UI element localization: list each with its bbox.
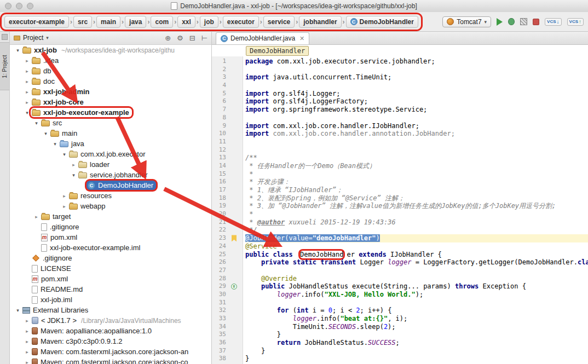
code-line[interactable]	[245, 299, 588, 307]
tree-item[interactable]: xxl-job-executor-example	[31, 108, 132, 117]
chevron-down-icon[interactable]: ▾	[24, 110, 31, 115]
tree-item[interactable]: db	[31, 66, 54, 76]
hide-panel-icon[interactable]: ⊢	[201, 34, 207, 42]
tree-row[interactable]: LICENSE	[10, 263, 211, 274]
code-line[interactable]: * @author xuxueli 2015-12-19 19:43:36	[245, 218, 588, 227]
code-editor[interactable]: 1234567891011121314151617181920212223242…	[212, 56, 588, 364]
close-window-icon[interactable]	[5, 3, 11, 9]
tree-item[interactable]: loader	[77, 160, 112, 169]
code-line[interactable]: import org.slf4j.LoggerFactory;	[245, 97, 588, 106]
minimize-window-icon[interactable]	[16, 3, 22, 9]
breadcrumb-item-src[interactable]: src	[73, 16, 92, 28]
chevron-right-icon[interactable]: ▸	[61, 204, 68, 209]
tree-row[interactable]: ▾xxl-job~/workspaces/idea-git-workspace/…	[10, 45, 211, 55]
tree-item[interactable]: Maven: com.fasterxml.jackson.core:jackso…	[31, 347, 191, 356]
tree-item[interactable]: resources	[68, 191, 114, 200]
tree-row[interactable]: ▾java	[10, 138, 211, 149]
tree-row[interactable]: ▾External Libraries	[10, 305, 211, 315]
chevron-down-icon[interactable]: ▾	[14, 48, 21, 53]
tree-row[interactable]: ▸db	[10, 66, 211, 76]
tree-item[interactable]: webapp	[68, 201, 108, 211]
code-line[interactable]: *	[245, 170, 588, 178]
editor-tab[interactable]: C DemoJobHandler.java ✕	[216, 32, 309, 44]
tree-item[interactable]: main	[49, 129, 80, 138]
code-line[interactable]: import java.util.concurrent.TimeUnit;	[245, 73, 588, 82]
chevron-down-icon[interactable]: ▾	[14, 308, 21, 313]
tree-row[interactable]: ▸doc	[10, 76, 211, 86]
tree-row[interactable]: ▾src	[10, 118, 211, 128]
code-line[interactable]: import org.springframework.stereotype.Se…	[245, 106, 588, 114]
code-line[interactable]: /**	[245, 154, 588, 162]
tree-item[interactable]: mpom.xml	[31, 274, 71, 284]
stop-icon[interactable]	[533, 19, 539, 25]
tree-row[interactable]: ▸Maven: aopalliance:aopalliance:1.0	[10, 326, 211, 336]
code-line[interactable]: public class DemoJobHander extends IJobH…	[245, 251, 588, 259]
chevron-down-icon[interactable]: ▾	[51, 141, 59, 147]
code-line[interactable]: * 3、加 “@JobHander” 注解，注解value值为新增任务生成的Jo…	[245, 202, 588, 210]
code-line[interactable]	[245, 82, 588, 90]
code-line[interactable]: }	[245, 331, 588, 339]
breadcrumb-item-java[interactable]: java	[125, 16, 146, 28]
tree-item[interactable]: .idea	[31, 56, 61, 65]
tree-item[interactable]: CDemoJobHandler	[87, 181, 156, 190]
tree-item[interactable]: .gitignore	[40, 222, 82, 232]
code-line[interactable]: import com.xxl.job.core.handler.IJobHand…	[245, 122, 588, 130]
tree-item[interactable]: LICENSE	[31, 264, 74, 273]
tree-row[interactable]: xxl-job.iml	[10, 294, 211, 305]
code-column[interactable]: package com.xxl.job.executor.service.job…	[245, 57, 588, 363]
chevron-right-icon[interactable]: ▸	[24, 328, 31, 334]
tree-row[interactable]: CDemoJobHandler	[10, 180, 211, 190]
vcs-update-icon[interactable]: VCS↓	[545, 18, 561, 26]
tree-item[interactable]: Maven: aopalliance:aopalliance:1.0	[31, 326, 154, 336]
tree-item[interactable]: xxl-job-executor-example.iml	[40, 243, 143, 252]
code-line[interactable]	[245, 138, 588, 146]
code-line[interactable]: * 2、装配到Spring，例如加 “@Service” 注解；	[245, 194, 588, 203]
code-line[interactable]: * 1、继承 “IJobHandler”；	[245, 186, 588, 194]
breadcrumb-item-executor[interactable]: executor	[223, 16, 259, 28]
chevron-right-icon[interactable]: ▸	[24, 318, 31, 323]
override-icon[interactable]: ↑	[231, 284, 237, 290]
tree-item[interactable]: External Libraries	[21, 305, 91, 315]
tree-item[interactable]: xxl-job-core	[31, 97, 87, 107]
code-line[interactable]: * 开发步骤：	[245, 178, 588, 186]
code-line[interactable]: for (int i = 0; i < 2; i++) {	[245, 307, 588, 315]
tree-row[interactable]: ▸xxl-job-admin	[10, 86, 211, 97]
code-line[interactable]: @Service	[245, 242, 588, 251]
tree-item[interactable]: src	[40, 118, 65, 128]
code-line[interactable]: }	[245, 355, 588, 363]
tree-row[interactable]: xxl-job-executor-example.iml	[10, 242, 211, 253]
code-line[interactable]	[245, 114, 588, 122]
tree-item[interactable]: xxl-job~/workspaces/idea-git-workspace/g…	[21, 45, 177, 55]
tree-row[interactable]: ▸< JDK1.7 >/Library/Java/JavaVirtualMach…	[10, 315, 211, 326]
tree-item[interactable]: doc	[31, 77, 57, 86]
breadcrumb-item-com[interactable]: com	[151, 16, 173, 28]
tree-item[interactable]: Maven: com.fasterxml.jackson.core:jackso…	[31, 357, 191, 364]
tree-item[interactable]: xxl-job.iml	[31, 295, 75, 304]
code-line[interactable]	[245, 146, 588, 154]
debug-icon[interactable]	[508, 18, 515, 25]
code-line[interactable]	[245, 66, 588, 74]
bookmark-icon[interactable]	[232, 235, 237, 241]
code-line[interactable]	[245, 267, 588, 275]
collapse-all-icon[interactable]: ⊟	[189, 34, 195, 42]
chevron-right-icon[interactable]: ▸	[33, 214, 40, 219]
chevron-right-icon[interactable]: ▸	[24, 360, 31, 364]
code-line[interactable]: package com.xxl.job.executor.service.job…	[245, 57, 588, 66]
tree-item[interactable]: < JDK1.7 >/Library/Java/JavaVirtualMachi…	[31, 316, 184, 325]
chevron-down-icon[interactable]: ▾	[46, 35, 49, 41]
code-line[interactable]: public JobHandleStatus execute(String...…	[245, 282, 588, 291]
code-line[interactable]: private static transient Logger logger =…	[245, 258, 588, 267]
chevron-right-icon[interactable]: ▸	[24, 89, 31, 95]
chevron-right-icon[interactable]: ▸	[24, 79, 31, 84]
code-line[interactable]: @Override	[245, 275, 588, 283]
code-line[interactable]: import org.slf4j.Logger;	[245, 90, 588, 98]
chevron-down-icon[interactable]: ▾	[33, 120, 40, 126]
tree-row[interactable]: ▸Maven: com.fasterxml.jackson.core:jacks…	[10, 357, 211, 364]
tree-row[interactable]: ▾xxl-job-executor-example	[10, 107, 211, 118]
code-line[interactable]: * 任务Handler的一个Demo（Bean模式）	[245, 162, 588, 170]
code-line[interactable]: import com.xxl.job.core.handler.annotati…	[245, 130, 588, 138]
coverage-icon[interactable]	[520, 18, 527, 25]
scroll-from-source-icon[interactable]: ⊕	[165, 34, 171, 42]
code-line[interactable]: }	[245, 347, 588, 355]
code-line[interactable]: logger.info("XXL-JOB, Hello World.");	[245, 291, 588, 299]
